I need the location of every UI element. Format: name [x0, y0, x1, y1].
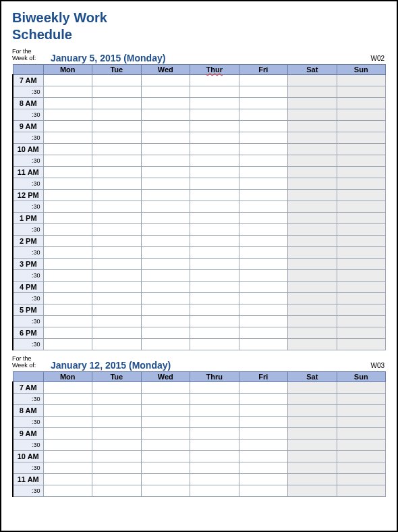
- schedule-cell[interactable]: [288, 281, 337, 292]
- schedule-cell[interactable]: [337, 223, 386, 235]
- schedule-cell[interactable]: [288, 473, 337, 485]
- schedule-cell[interactable]: [190, 212, 239, 223]
- schedule-cell[interactable]: [92, 155, 142, 166]
- schedule-cell[interactable]: [239, 132, 288, 143]
- schedule-cell[interactable]: [239, 166, 288, 178]
- schedule-cell[interactable]: [337, 381, 386, 393]
- schedule-cell[interactable]: [43, 427, 92, 439]
- schedule-cell[interactable]: [92, 338, 142, 350]
- schedule-cell[interactable]: [239, 246, 288, 258]
- schedule-cell[interactable]: [43, 166, 92, 178]
- schedule-cell[interactable]: [92, 166, 142, 178]
- schedule-cell[interactable]: [337, 462, 386, 473]
- schedule-cell[interactable]: [190, 304, 239, 315]
- schedule-cell[interactable]: [239, 292, 288, 304]
- schedule-cell[interactable]: [92, 281, 142, 292]
- schedule-cell[interactable]: [141, 143, 190, 155]
- schedule-cell[interactable]: [337, 74, 386, 86]
- schedule-cell[interactable]: [190, 485, 239, 496]
- schedule-cell[interactable]: [288, 178, 337, 189]
- schedule-cell[interactable]: [92, 327, 142, 338]
- schedule-cell[interactable]: [43, 132, 92, 143]
- schedule-cell[interactable]: [239, 462, 288, 473]
- schedule-cell[interactable]: [239, 304, 288, 315]
- schedule-cell[interactable]: [288, 86, 337, 97]
- schedule-cell[interactable]: [239, 143, 288, 155]
- schedule-cell[interactable]: [92, 462, 142, 473]
- schedule-cell[interactable]: [190, 338, 239, 350]
- schedule-cell[interactable]: [288, 462, 337, 473]
- schedule-cell[interactable]: [337, 143, 386, 155]
- schedule-cell[interactable]: [337, 292, 386, 304]
- schedule-cell[interactable]: [190, 393, 239, 404]
- schedule-cell[interactable]: [337, 201, 386, 212]
- schedule-cell[interactable]: [190, 246, 239, 258]
- schedule-cell[interactable]: [43, 74, 92, 86]
- schedule-cell[interactable]: [337, 246, 386, 258]
- schedule-cell[interactable]: [239, 201, 288, 212]
- schedule-cell[interactable]: [239, 327, 288, 338]
- schedule-cell[interactable]: [190, 381, 239, 393]
- schedule-cell[interactable]: [141, 393, 190, 404]
- schedule-cell[interactable]: [190, 132, 239, 143]
- schedule-cell[interactable]: [288, 109, 337, 120]
- schedule-cell[interactable]: [92, 120, 142, 132]
- schedule-cell[interactable]: [337, 315, 386, 327]
- schedule-cell[interactable]: [190, 166, 239, 178]
- schedule-cell[interactable]: [43, 404, 92, 416]
- schedule-cell[interactable]: [288, 439, 337, 450]
- schedule-cell[interactable]: [43, 393, 92, 404]
- schedule-cell[interactable]: [92, 143, 142, 155]
- schedule-cell[interactable]: [141, 258, 190, 269]
- schedule-cell[interactable]: [288, 132, 337, 143]
- schedule-cell[interactable]: [43, 189, 92, 201]
- schedule-cell[interactable]: [141, 439, 190, 450]
- schedule-cell[interactable]: [288, 427, 337, 439]
- schedule-cell[interactable]: [190, 292, 239, 304]
- schedule-cell[interactable]: [43, 450, 92, 462]
- schedule-cell[interactable]: [239, 109, 288, 120]
- schedule-cell[interactable]: [141, 327, 190, 338]
- schedule-cell[interactable]: [141, 86, 190, 97]
- schedule-cell[interactable]: [337, 235, 386, 246]
- schedule-cell[interactable]: [141, 304, 190, 315]
- schedule-cell[interactable]: [337, 404, 386, 416]
- schedule-cell[interactable]: [239, 473, 288, 485]
- schedule-cell[interactable]: [288, 393, 337, 404]
- schedule-cell[interactable]: [141, 269, 190, 281]
- schedule-cell[interactable]: [141, 246, 190, 258]
- schedule-cell[interactable]: [239, 393, 288, 404]
- schedule-cell[interactable]: [92, 315, 142, 327]
- schedule-cell[interactable]: [43, 212, 92, 223]
- schedule-cell[interactable]: [337, 416, 386, 427]
- schedule-cell[interactable]: [190, 450, 239, 462]
- schedule-cell[interactable]: [43, 201, 92, 212]
- schedule-cell[interactable]: [337, 393, 386, 404]
- schedule-cell[interactable]: [190, 235, 239, 246]
- schedule-cell[interactable]: [141, 178, 190, 189]
- schedule-cell[interactable]: [92, 246, 142, 258]
- schedule-cell[interactable]: [337, 109, 386, 120]
- schedule-cell[interactable]: [43, 292, 92, 304]
- schedule-cell[interactable]: [92, 235, 142, 246]
- schedule-cell[interactable]: [337, 439, 386, 450]
- schedule-cell[interactable]: [288, 338, 337, 350]
- schedule-cell[interactable]: [92, 258, 142, 269]
- schedule-cell[interactable]: [43, 143, 92, 155]
- schedule-cell[interactable]: [337, 212, 386, 223]
- schedule-cell[interactable]: [288, 416, 337, 427]
- schedule-cell[interactable]: [190, 201, 239, 212]
- schedule-cell[interactable]: [190, 258, 239, 269]
- schedule-cell[interactable]: [92, 427, 142, 439]
- schedule-cell[interactable]: [43, 416, 92, 427]
- schedule-cell[interactable]: [43, 223, 92, 235]
- schedule-cell[interactable]: [190, 439, 239, 450]
- schedule-cell[interactable]: [43, 246, 92, 258]
- schedule-cell[interactable]: [190, 327, 239, 338]
- schedule-cell[interactable]: [43, 327, 92, 338]
- schedule-cell[interactable]: [141, 235, 190, 246]
- schedule-cell[interactable]: [337, 450, 386, 462]
- schedule-cell[interactable]: [43, 258, 92, 269]
- schedule-cell[interactable]: [337, 258, 386, 269]
- schedule-cell[interactable]: [190, 315, 239, 327]
